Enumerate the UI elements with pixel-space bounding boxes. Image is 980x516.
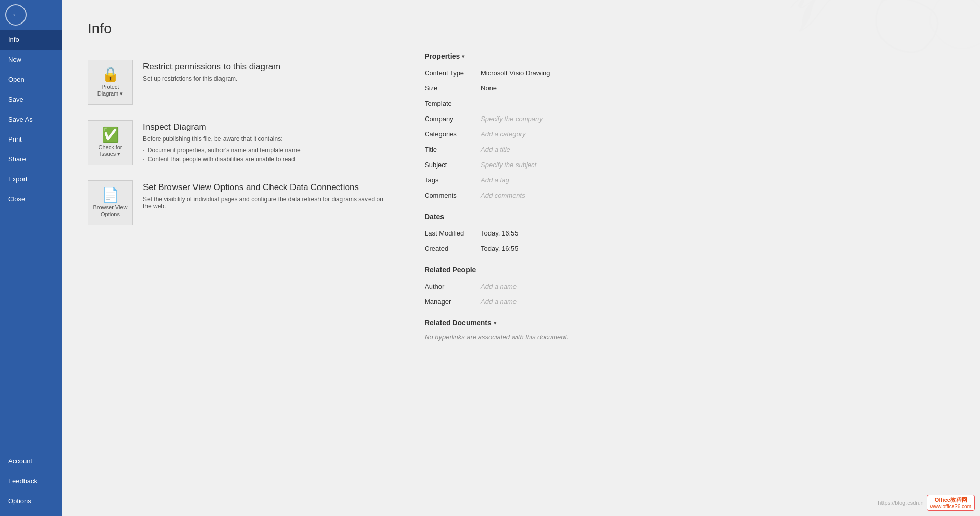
sidebar-item-print[interactable]: Print: [0, 129, 62, 149]
sidebar-item-options[interactable]: Options: [0, 491, 62, 511]
browser-title: Set Browser View Options and Check Data …: [143, 182, 384, 193]
back-button[interactable]: ←: [5, 4, 27, 26]
properties-panel: Properties ▾ Content Type Microsoft Visi…: [425, 52, 680, 352]
sidebar-item-new[interactable]: New: [0, 50, 62, 69]
sidebar-bottom: Account Feedback Options: [0, 451, 62, 516]
prop-manager: Manager Add a name: [425, 295, 680, 308]
inspect-bullet-1: Document properties, author's name and t…: [143, 146, 301, 155]
prop-subject: Subject Specify the subject: [425, 158, 680, 171]
protect-text: Restrict permissions to this diagram Set…: [143, 60, 280, 85]
inspect-icon-label: Check forIssues ▾: [98, 144, 122, 157]
inspect-bullets: Document properties, author's name and t…: [143, 146, 301, 164]
browser-icon-label: Browser ViewOptions: [93, 204, 127, 218]
properties-dropdown-arrow[interactable]: ▾: [462, 54, 464, 59]
bottom-branding: https://blog.csdn.n Office教程网 www.office…: [878, 495, 975, 511]
inspect-title: Inspect Diagram: [143, 122, 301, 132]
related-docs-text: No hyperlinks are associated with this d…: [425, 333, 680, 341]
browser-icon: 📄: [102, 188, 119, 202]
properties-section-title: Properties ▾: [425, 52, 680, 60]
protect-description: Set up restrictions for this diagram.: [143, 75, 280, 82]
prop-author: Author Add a name: [425, 280, 680, 292]
dates-section: Dates Last Modified Today, 16:55 Created…: [425, 213, 680, 254]
properties-section: Properties ▾ Content Type Microsoft Visi…: [425, 52, 680, 201]
branding-url: https://blog.csdn.n: [878, 500, 923, 506]
sidebar-item-save-as[interactable]: Save As: [0, 109, 62, 129]
sidebar-item-feedback[interactable]: Feedback: [0, 471, 62, 491]
browser-view-button[interactable]: 📄 Browser ViewOptions: [88, 180, 133, 225]
brand-badge: Office教程网 www.office26.com: [927, 495, 975, 511]
sidebar-item-share[interactable]: Share: [0, 149, 62, 169]
related-docs-dropdown-arrow[interactable]: ▾: [494, 320, 496, 326]
prop-size: Size None: [425, 82, 680, 94]
sidebar-item-save[interactable]: Save: [0, 89, 62, 109]
sidebar: ← Info New Open Save Save As Print Share…: [0, 0, 62, 516]
main-content: 𝒱 Info 🔒 ProtectDiagram ▾ Restrict permi…: [62, 0, 980, 516]
browser-view-card: 📄 Browser ViewOptions Set Browser View O…: [88, 173, 384, 233]
protect-icon-label: ProtectDiagram ▾: [97, 84, 124, 97]
sidebar-item-account[interactable]: Account: [0, 451, 62, 471]
inspect-text: Inspect Diagram Before publishing this f…: [143, 120, 301, 164]
action-cards: 🔒 ProtectDiagram ▾ Restrict permissions …: [88, 52, 384, 233]
related-people-section: Related People Author Add a name Manager…: [425, 266, 680, 308]
lock-icon: 🔒: [102, 67, 119, 82]
prop-content-type: Content Type Microsoft Visio Drawing: [425, 66, 680, 79]
prop-company: Company Specify the company: [425, 112, 680, 125]
related-people-title: Related People: [425, 266, 680, 274]
protect-diagram-button[interactable]: 🔒 ProtectDiagram ▾: [88, 60, 133, 105]
page-title: Info: [88, 20, 954, 37]
check-icon: ✅: [102, 128, 119, 142]
browser-text: Set Browser View Options and Check Data …: [143, 180, 384, 213]
protect-title: Restrict permissions to this diagram: [143, 62, 280, 72]
content-inner: Info 🔒 ProtectDiagram ▾ Restrict permiss…: [88, 20, 954, 37]
sidebar-item-close[interactable]: Close: [0, 189, 62, 209]
prop-categories: Categories Add a category: [425, 128, 680, 140]
inspect-description: Before publishing this file, be aware th…: [143, 135, 301, 143]
related-documents-title: Related Documents ▾: [425, 319, 680, 327]
brand-name: Office教程网: [935, 496, 967, 504]
inspect-diagram-button[interactable]: ✅ Check forIssues ▾: [88, 120, 133, 165]
browser-description: Set the visibility of individual pages a…: [143, 196, 384, 210]
inspect-diagram-card: ✅ Check forIssues ▾ Inspect Diagram Befo…: [88, 112, 384, 173]
protect-diagram-card: 🔒 ProtectDiagram ▾ Restrict permissions …: [88, 52, 384, 112]
prop-created: Created Today, 16:55: [425, 242, 680, 254]
sidebar-item-export[interactable]: Export: [0, 169, 62, 189]
prop-tags: Tags Add a tag: [425, 174, 680, 186]
brand-site-url: www.office26.com: [930, 504, 971, 509]
inspect-bullet-2: Content that people with disabilities ar…: [143, 155, 301, 164]
prop-last-modified: Last Modified Today, 16:55: [425, 227, 680, 239]
prop-comments: Comments Add comments: [425, 189, 680, 201]
prop-title: Title Add a title: [425, 143, 680, 155]
dates-section-title: Dates: [425, 213, 680, 221]
related-documents-section: Related Documents ▾ No hyperlinks are as…: [425, 319, 680, 341]
sidebar-item-open[interactable]: Open: [0, 69, 62, 89]
sidebar-item-info[interactable]: Info: [0, 30, 62, 50]
prop-template: Template: [425, 97, 680, 109]
